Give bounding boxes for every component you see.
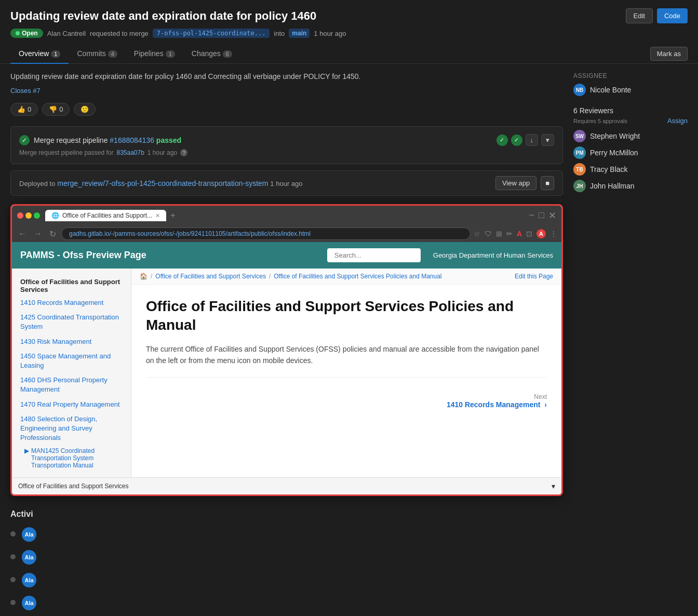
time-ago: 1 hour ago bbox=[314, 30, 346, 37]
window-restore-btn[interactable]: □ bbox=[539, 210, 544, 221]
tab-changes[interactable]: Changes6 bbox=[183, 44, 240, 64]
nav-item-1430[interactable]: 1430 Risk Management bbox=[12, 334, 131, 349]
window-close-btn[interactable]: ✕ bbox=[548, 210, 556, 221]
tab-title: Office of Facilities and Support... bbox=[62, 212, 152, 219]
profile-icon[interactable]: A bbox=[536, 229, 546, 238]
view-app-button[interactable]: View app bbox=[495, 176, 536, 190]
pamms-title: PAMMS - Ofss Preview Page bbox=[20, 250, 146, 261]
nav-item-1450[interactable]: 1450 Space Management and Leasing bbox=[12, 349, 131, 373]
back-button[interactable]: ← bbox=[16, 229, 29, 238]
activity-item-4: Ala bbox=[10, 596, 688, 610]
globe-icon: 🌐 bbox=[51, 212, 59, 219]
nav-item-1460[interactable]: 1460 DHS Personal Property Management bbox=[12, 373, 131, 397]
forward-button[interactable]: → bbox=[32, 229, 44, 238]
next-link[interactable]: 1410 Records Management › bbox=[447, 400, 547, 409]
activity-item-2: Ala bbox=[10, 550, 688, 565]
activity-avatar-3: Ala bbox=[22, 573, 36, 587]
window-maximize[interactable] bbox=[34, 212, 40, 219]
screenshot-icon[interactable]: ⊞ bbox=[496, 230, 502, 238]
deploy-block: Deployed to merge_review/7-ofss-pol-1425… bbox=[10, 170, 563, 196]
tab-commits[interactable]: Commits4 bbox=[69, 44, 125, 64]
edit-button[interactable]: Edit bbox=[626, 8, 653, 23]
edit-icon[interactable]: ✏ bbox=[506, 230, 513, 238]
window-close[interactable] bbox=[17, 212, 23, 219]
nav-sub-item-man1425[interactable]: ▶ MAN1425 Coordinated Transportation Sys… bbox=[12, 445, 131, 471]
nav-item-1410[interactable]: 1410 Records Management bbox=[12, 296, 131, 310]
thumbsdown-emoji: 👎 bbox=[49, 105, 57, 113]
code-button[interactable]: Code bbox=[657, 8, 688, 23]
help-icon[interactable]: ? bbox=[180, 149, 187, 156]
pamms-search-input[interactable] bbox=[327, 248, 421, 262]
pipeline-more-btn[interactable]: ▾ bbox=[541, 134, 554, 146]
reviewer-name-3: Tracy Black bbox=[590, 165, 628, 173]
assignee-user: NB Nicole Bonte bbox=[573, 84, 688, 96]
assignee-avatar: NB bbox=[573, 84, 586, 96]
reaction-thumbsdown[interactable]: 👎 0 bbox=[42, 103, 70, 116]
breadcrumb-level2[interactable]: Office of Facilities and Support Service… bbox=[274, 273, 441, 280]
chevron-right-icon: › bbox=[544, 400, 547, 409]
target-branch-badge[interactable]: main bbox=[289, 29, 310, 38]
reviewer-avatar-4: JH bbox=[573, 180, 586, 192]
pamms-org-name: Georgia Department of Human Services bbox=[433, 251, 553, 259]
window-minimize[interactable] bbox=[25, 212, 32, 219]
nav-item-1480[interactable]: 1480 Selection of Design, Engineering an… bbox=[12, 412, 131, 446]
window-minimize-btn[interactable]: − bbox=[529, 210, 535, 221]
pipeline-title: Merge request pipeline #1688084136 passe… bbox=[34, 136, 181, 144]
menu-icon[interactable]: ⋮ bbox=[550, 230, 557, 238]
requires-approvals-text: Requires 5 approvals bbox=[573, 118, 627, 124]
pipeline-link[interactable]: #1688084136 bbox=[110, 136, 154, 144]
check-icon-1: ✓ bbox=[496, 135, 508, 146]
home-icon[interactable]: 🏠 bbox=[140, 273, 147, 280]
pamms-header: PAMMS - Ofss Preview Page Georgia Depart… bbox=[12, 242, 561, 269]
nav-item-1470[interactable]: 1470 Real Property Management bbox=[12, 397, 131, 412]
assign-link[interactable]: Assign bbox=[667, 117, 688, 125]
activity-title: Activi bbox=[10, 510, 688, 519]
breadcrumb-level1[interactable]: Office of Facilities and Support Service… bbox=[155, 273, 266, 280]
reaction-thumbsup[interactable]: 👍 0 bbox=[10, 103, 38, 116]
reviewers-title: 6 Reviewers bbox=[573, 106, 613, 115]
browser-tab[interactable]: 🌐 Office of Facilities and Support... ✕ bbox=[45, 210, 166, 221]
description-text: Updating review date and expiration date… bbox=[10, 72, 563, 81]
pamms-bottom-nav: Office of Facilities and Support Service… bbox=[12, 477, 561, 494]
edit-page-link[interactable]: Edit this Page bbox=[515, 273, 553, 280]
status-badge: Open bbox=[10, 29, 43, 38]
closes-link[interactable]: Closes #7 bbox=[10, 87, 563, 95]
reviewer-name-2: Perry McMillon bbox=[590, 149, 638, 157]
tab-pipelines[interactable]: Pipelines1 bbox=[126, 44, 183, 64]
source-branch-badge[interactable]: 7-ofss-pol-1425-coordinate... bbox=[153, 29, 270, 38]
pamms-page-description: The current Office of Facilities and Sup… bbox=[146, 343, 547, 378]
reviewer-perry: PM Perry McMillon bbox=[573, 146, 688, 159]
bottom-nav-title: Office of Facilities and Support Service… bbox=[18, 483, 129, 490]
pamms-main-content: Office of Facilities and Support Service… bbox=[131, 285, 561, 477]
extension-icon-2[interactable]: ⊡ bbox=[526, 230, 532, 238]
new-tab-button[interactable]: + bbox=[167, 210, 178, 221]
tab-close-icon[interactable]: ✕ bbox=[155, 212, 160, 219]
activity-avatar-4: Ala bbox=[22, 596, 36, 610]
activity-item-3: Ala bbox=[10, 573, 688, 587]
bitwarden-icon[interactable]: 🛡 bbox=[485, 230, 492, 238]
author-name: Alan Cantrell bbox=[47, 30, 86, 37]
stop-button[interactable]: ■ bbox=[541, 176, 554, 190]
reload-button[interactable]: ↻ bbox=[47, 229, 58, 239]
bookmark-icon[interactable]: ☆ bbox=[474, 230, 480, 238]
deploy-time: 1 hour ago bbox=[270, 180, 302, 188]
browser-window: 🌐 Office of Facilities and Support... ✕ … bbox=[10, 204, 563, 496]
deployed-to-text: Deployed to bbox=[19, 180, 55, 188]
reviewer-avatar-3: TB bbox=[573, 163, 586, 176]
pipeline-commit[interactable]: 835aa07b bbox=[116, 149, 144, 156]
bottom-nav-toggle[interactable]: ▾ bbox=[552, 482, 555, 490]
mark-as-button[interactable]: Mark as bbox=[650, 47, 688, 61]
timeline-dot-2 bbox=[10, 554, 16, 559]
assignee-name: Nicole Bonte bbox=[590, 86, 631, 94]
activity-section: Activi Ala Ala Ala Ala Ala bbox=[0, 510, 698, 616]
nav-item-1425[interactable]: 1425 Coordinated Transportation System bbox=[12, 310, 131, 334]
assignee-section: Assignee NB Nicole Bonte bbox=[573, 72, 688, 96]
pamms-nav: Office of Facilities and Support Service… bbox=[12, 269, 131, 477]
reaction-smile[interactable]: 🙂 bbox=[74, 103, 96, 116]
deploy-link[interactable]: merge_review/7-ofss-pol-1425-coordinated… bbox=[57, 179, 268, 188]
pipeline-download-btn[interactable]: ↓ bbox=[526, 134, 539, 146]
next-nav: Next 1410 Records Management › bbox=[146, 393, 547, 409]
tab-overview[interactable]: Overview1 bbox=[10, 44, 69, 64]
check-icon-2: ✓ bbox=[511, 135, 522, 146]
extension-icon-a[interactable]: A bbox=[517, 230, 522, 238]
